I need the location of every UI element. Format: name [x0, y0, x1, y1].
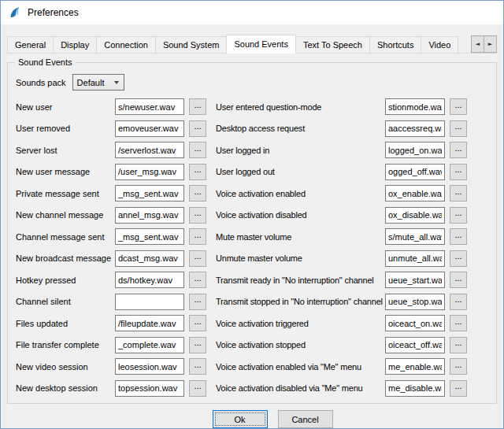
- event-label: User entered question-mode: [216, 102, 385, 112]
- browse-button[interactable]: ...: [450, 164, 467, 180]
- sound-event-row: New broadcast message...Unmute master vo…: [16, 250, 488, 267]
- sound-file-input[interactable]: [385, 207, 445, 224]
- sound-file-input[interactable]: [115, 98, 184, 115]
- sound-event-row: Hotkey pressed...Transmit ready in "No i…: [16, 272, 488, 288]
- ok-button[interactable]: Ok: [213, 410, 268, 428]
- sound-file-input[interactable]: [385, 337, 445, 353]
- sound-event-row: New user message...User logged out...: [16, 164, 488, 180]
- event-label: Transmit stopped in "No interruption" ch…: [216, 297, 385, 306]
- browse-button[interactable]: ...: [189, 380, 206, 397]
- browse-button[interactable]: ...: [189, 164, 206, 180]
- sounds-pack-label: Sounds pack: [16, 78, 66, 87]
- sound-file-input[interactable]: [115, 250, 184, 267]
- tab-text-to-speech[interactable]: Text To Speech: [295, 36, 370, 53]
- browse-button[interactable]: ...: [189, 142, 206, 158]
- browse-button[interactable]: ...: [450, 207, 467, 224]
- sound-file-input[interactable]: [115, 142, 184, 158]
- sound-event-row: Channel message sent...Mute master volum…: [16, 228, 488, 245]
- event-label: Unmute master volume: [216, 253, 385, 263]
- sound-file-input[interactable]: [385, 98, 445, 115]
- browse-button[interactable]: ...: [189, 120, 206, 137]
- browse-button[interactable]: ...: [450, 98, 467, 115]
- browse-button[interactable]: ...: [450, 315, 467, 331]
- browse-button[interactable]: ...: [189, 272, 206, 288]
- event-label: Voice activation stopped: [216, 340, 385, 349]
- sound-file-input[interactable]: [385, 142, 445, 158]
- sound-file-input[interactable]: [115, 185, 184, 202]
- event-label: Server lost: [16, 146, 115, 155]
- sound-file-input[interactable]: [115, 358, 184, 375]
- sound-file-input[interactable]: [385, 164, 445, 180]
- cancel-button[interactable]: Cancel: [278, 410, 333, 428]
- browse-button[interactable]: ...: [450, 272, 467, 288]
- browse-button[interactable]: ...: [450, 294, 467, 310]
- browse-button[interactable]: ...: [450, 142, 467, 158]
- sound-file-input[interactable]: [385, 315, 445, 331]
- sound-event-row: New channel message...Voice activation d…: [16, 207, 488, 224]
- teamtalk-logo-icon: [9, 6, 21, 19]
- browse-button[interactable]: ...: [189, 98, 206, 115]
- titlebar[interactable]: Preferences: [1, 1, 503, 24]
- event-label: Voice activation triggered: [216, 319, 385, 328]
- sound-file-input[interactable]: [115, 315, 184, 331]
- sound-file-input[interactable]: [385, 185, 445, 202]
- sound-event-rows: New user...User entered question-mode...…: [16, 98, 488, 397]
- sound-file-input[interactable]: [385, 358, 445, 375]
- sound-file-input[interactable]: [115, 228, 184, 245]
- sound-event-row: New desktop session...Voice activation d…: [16, 380, 488, 397]
- sound-file-input[interactable]: [115, 207, 184, 224]
- sound-file-input[interactable]: [385, 380, 445, 397]
- browse-button[interactable]: ...: [189, 207, 206, 224]
- sound-file-input[interactable]: [385, 228, 445, 245]
- tab-shortcuts[interactable]: Shortcuts: [369, 36, 421, 53]
- tab-video[interactable]: Video: [421, 36, 458, 53]
- browse-button[interactable]: ...: [189, 337, 206, 353]
- event-label: New user: [16, 102, 115, 112]
- event-label: User removed: [16, 124, 115, 133]
- event-label: Voice activation enabled: [216, 189, 385, 198]
- sound-event-row: File transfer complete...Voice activatio…: [16, 337, 488, 353]
- tab-sound-system[interactable]: Sound System: [155, 36, 228, 53]
- sounds-pack-select[interactable]: Default: [72, 74, 124, 91]
- tab-scroll-left-button[interactable]: ◄: [471, 35, 484, 53]
- sound-file-input[interactable]: [385, 120, 445, 137]
- browse-button[interactable]: ...: [189, 228, 206, 245]
- browse-button[interactable]: ...: [450, 185, 467, 202]
- browse-button[interactable]: ...: [450, 380, 467, 397]
- sound-file-input[interactable]: [115, 272, 184, 288]
- browse-button[interactable]: ...: [450, 250, 467, 267]
- browse-button[interactable]: ...: [450, 120, 467, 137]
- sound-file-input[interactable]: [385, 250, 445, 267]
- tab-scroll-buttons: ◄ ►: [472, 35, 497, 53]
- sound-file-input[interactable]: [115, 164, 184, 180]
- sound-file-input[interactable]: [385, 294, 445, 310]
- browse-button[interactable]: ...: [189, 250, 206, 267]
- sound-event-row: New user...User entered question-mode...: [16, 98, 488, 115]
- browse-button[interactable]: ...: [189, 294, 206, 310]
- event-label: Private message sent: [16, 189, 115, 198]
- browse-button[interactable]: ...: [450, 358, 467, 375]
- sound-event-row: New video session...Voice activation ena…: [16, 358, 488, 375]
- browse-button[interactable]: ...: [189, 315, 206, 331]
- browse-button[interactable]: ...: [450, 228, 467, 245]
- event-label: Channel silent: [16, 297, 115, 306]
- tab-display[interactable]: Display: [53, 36, 97, 53]
- tab-general[interactable]: General: [7, 36, 54, 53]
- event-label: New user message: [16, 167, 115, 176]
- event-label: File transfer complete: [16, 340, 115, 349]
- sound-file-input[interactable]: [115, 380, 184, 397]
- event-label: Mute master volume: [216, 232, 385, 242]
- sound-file-input[interactable]: [115, 294, 184, 310]
- browse-button[interactable]: ...: [450, 337, 467, 353]
- sound-file-input[interactable]: [115, 337, 184, 353]
- browse-button[interactable]: ...: [189, 358, 206, 375]
- sound-file-input[interactable]: [385, 272, 445, 288]
- sound-event-row: Files updated...Voice activation trigger…: [16, 315, 488, 331]
- tab-sound-events[interactable]: Sound Events: [226, 35, 296, 54]
- tab-scroll-right-button[interactable]: ►: [484, 35, 497, 53]
- sound-event-row: Server lost...User logged in...: [16, 142, 488, 158]
- sound-file-input[interactable]: [115, 120, 184, 137]
- browse-button[interactable]: ...: [189, 185, 206, 202]
- tab-connection[interactable]: Connection: [96, 36, 156, 53]
- event-label: Channel message sent: [16, 232, 115, 242]
